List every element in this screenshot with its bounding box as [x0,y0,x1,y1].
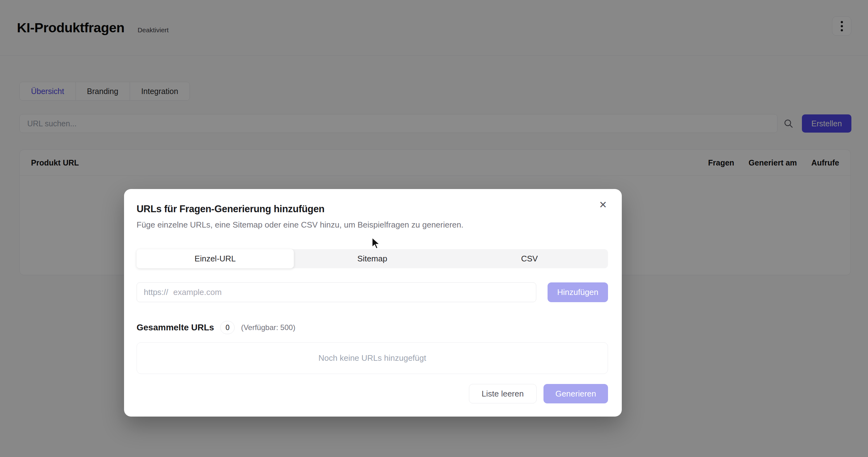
tab-csv[interactable]: CSV [451,249,608,268]
add-url-button[interactable]: Hinzufügen [548,282,608,302]
url-input[interactable] [173,287,529,297]
tab-einzel-url[interactable]: Einzel-URL [136,249,294,268]
collected-urls-row: Gesammelte URLs 0 (Verfügbar: 500) [136,321,608,334]
modal-footer: Liste leeren Generieren [136,384,608,403]
available-count-label: (Verfügbar: 500) [241,323,295,332]
url-count-badge: 0 [220,321,235,334]
url-entry-row: https:// Hinzufügen [136,282,608,302]
add-urls-modal: ✕ URLs für Fragen-Generierung hinzufügen… [124,189,622,417]
close-icon[interactable]: ✕ [596,198,610,211]
collected-urls-label: Gesammelte URLs [136,322,214,333]
modal-title: URLs für Fragen-Generierung hinzufügen [136,189,608,215]
generate-button[interactable]: Generieren [544,384,608,403]
mouse-cursor-icon [370,237,382,251]
empty-url-list: Noch keine URLs hinzugefügt [136,342,608,374]
clear-list-button[interactable]: Liste leeren [469,384,536,403]
tab-sitemap[interactable]: Sitemap [294,249,451,268]
url-input-wrap[interactable]: https:// [136,282,536,302]
source-type-tabs: Einzel-URL Sitemap CSV [136,249,608,268]
url-scheme-prefix: https:// [144,287,168,297]
modal-subtitle: Füge einzelne URLs, eine Sitemap oder ei… [136,220,608,230]
empty-url-list-text: Noch keine URLs hinzugefügt [318,353,426,363]
